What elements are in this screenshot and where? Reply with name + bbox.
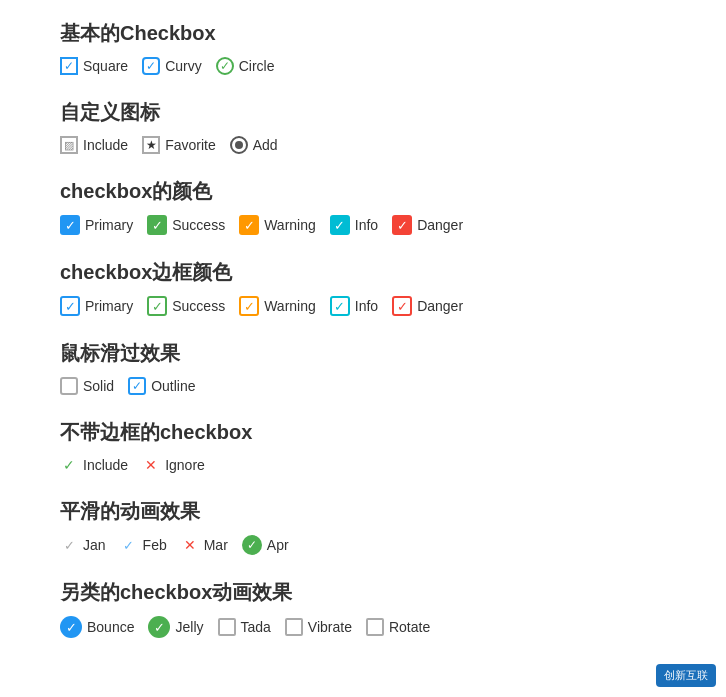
checkbox-label: Apr	[267, 537, 289, 553]
list-item[interactable]: Tada	[218, 618, 271, 636]
checkbox-add[interactable]	[230, 136, 248, 154]
list-item[interactable]: ✓ Info	[330, 296, 378, 316]
check-icon: ✓	[244, 300, 255, 313]
checkbox-label: Mar	[204, 537, 228, 553]
row-border-color: ✓ Primary ✓ Success ✓ Warning ✓ Info ✓	[60, 296, 666, 316]
checkbox-border-warning[interactable]: ✓	[239, 296, 259, 316]
check-icon: ✓	[154, 620, 165, 635]
list-item[interactable]: ✓ Danger	[392, 296, 463, 316]
checkbox-primary[interactable]: ✓	[60, 215, 80, 235]
checkbox-solid[interactable]	[60, 377, 78, 395]
check-icon: ✓	[220, 60, 230, 72]
list-item[interactable]: Add	[230, 136, 278, 154]
title-smooth-anim: 平滑的动画效果	[60, 498, 666, 525]
title-border-color: checkbox边框颜色	[60, 259, 666, 286]
row-other-anim: ✓ Bounce ✓ Jelly Tada Vibrate Rotate	[60, 616, 666, 638]
checkbox-label: Square	[83, 58, 128, 74]
check-icon: ✓	[334, 219, 345, 232]
list-item[interactable]: ✓ Include	[60, 456, 128, 474]
checkbox-bounce[interactable]: ✓	[60, 616, 82, 638]
checkbox-label: Tada	[241, 619, 271, 635]
list-item[interactable]: ✓ Apr	[242, 535, 289, 555]
list-item[interactable]: ✓ Square	[60, 57, 128, 75]
checkbox-vibrate[interactable]	[285, 618, 303, 636]
list-item[interactable]: ✓ Info	[330, 215, 378, 235]
checkbox-label: Jan	[83, 537, 106, 553]
row-basic-checkbox: ✓ Square ✓ Curvy ✓ Circle	[60, 57, 666, 75]
section-other-anim: 另类的checkbox动画效果 ✓ Bounce ✓ Jelly Tada Vi…	[60, 579, 666, 638]
checkbox-border-success[interactable]: ✓	[147, 296, 167, 316]
checkbox-danger[interactable]: ✓	[392, 215, 412, 235]
section-custom-icon: 自定义图标 ▨ Include ★ Favorite Add	[60, 99, 666, 154]
section-hover-effect: 鼠标滑过效果 Solid ✓ Outline	[60, 340, 666, 395]
list-item[interactable]: ✓ Danger	[392, 215, 463, 235]
list-item[interactable]: ✓ Bounce	[60, 616, 134, 638]
star-icon: ★	[146, 138, 157, 152]
check-icon: ✓	[146, 60, 156, 72]
title-checkbox-color: checkbox的颜色	[60, 178, 666, 205]
check-icon: ✓	[63, 457, 75, 473]
list-item[interactable]: Solid	[60, 377, 114, 395]
row-checkbox-color: ✓ Primary ✓ Success ✓ Warning ✓ Info ✓	[60, 215, 666, 235]
checkbox-include[interactable]: ▨	[60, 136, 78, 154]
list-item[interactable]: Vibrate	[285, 618, 352, 636]
checkbox-jan[interactable]: ✓	[60, 536, 78, 554]
checkbox-label: Success	[172, 217, 225, 233]
title-no-border: 不带边框的checkbox	[60, 419, 666, 446]
checkbox-apr[interactable]: ✓	[242, 535, 262, 555]
checkbox-info[interactable]: ✓	[330, 215, 350, 235]
checkbox-label: Danger	[417, 217, 463, 233]
checkbox-curvy[interactable]: ✓	[142, 57, 160, 75]
section-smooth-anim: 平滑的动画效果 ✓ Jan ✓ Feb ✕ Mar ✓ Ap	[60, 498, 666, 555]
checkbox-include[interactable]: ✓	[60, 456, 78, 474]
list-item[interactable]: ✓ Outline	[128, 377, 195, 395]
list-item[interactable]: ✓ Jan	[60, 536, 106, 554]
checkbox-label: Primary	[85, 217, 133, 233]
checkbox-border-info[interactable]: ✓	[330, 296, 350, 316]
list-item[interactable]: Rotate	[366, 618, 430, 636]
list-item[interactable]: ★ Favorite	[142, 136, 216, 154]
check-icon: ✓	[152, 219, 163, 232]
list-item[interactable]: ✓ Warning	[239, 296, 316, 316]
list-item[interactable]: ✓ Jelly	[148, 616, 203, 638]
list-item[interactable]: ✓ Curvy	[142, 57, 202, 75]
list-item[interactable]: ✓ Warning	[239, 215, 316, 235]
row-no-border: ✓ Include ✕ Ignore	[60, 456, 666, 474]
check-icon: ✓	[247, 539, 257, 551]
checkbox-feb[interactable]: ✓	[120, 536, 138, 554]
checkbox-mar[interactable]: ✕	[181, 536, 199, 554]
checkbox-label: Curvy	[165, 58, 202, 74]
checkbox-border-primary[interactable]: ✓	[60, 296, 80, 316]
list-item[interactable]: ✓ Primary	[60, 215, 133, 235]
list-item[interactable]: ✓ Success	[147, 215, 225, 235]
checkbox-success[interactable]: ✓	[147, 215, 167, 235]
title-basic-checkbox: 基本的Checkbox	[60, 20, 666, 47]
checkbox-label: Feb	[143, 537, 167, 553]
radio-dot	[235, 141, 243, 149]
section-no-border: 不带边框的checkbox ✓ Include ✕ Ignore	[60, 419, 666, 474]
list-item[interactable]: ✓ Circle	[216, 57, 275, 75]
checkbox-label: Success	[172, 298, 225, 314]
list-item[interactable]: ✓ Success	[147, 296, 225, 316]
checkbox-rotate[interactable]	[366, 618, 384, 636]
checkbox-square[interactable]: ✓	[60, 57, 78, 75]
check-icon: ✓	[64, 538, 75, 553]
row-smooth-anim: ✓ Jan ✓ Feb ✕ Mar ✓ Apr	[60, 535, 666, 555]
check-icon: ✓	[397, 219, 408, 232]
checkbox-jelly[interactable]: ✓	[148, 616, 170, 638]
checkbox-tada[interactable]	[218, 618, 236, 636]
checkbox-favorite[interactable]: ★	[142, 136, 160, 154]
section-basic-checkbox: 基本的Checkbox ✓ Square ✓ Curvy ✓ Circle	[60, 20, 666, 75]
list-item[interactable]: ▨ Include	[60, 136, 128, 154]
checkbox-border-danger[interactable]: ✓	[392, 296, 412, 316]
checkbox-outline[interactable]: ✓	[128, 377, 146, 395]
checkbox-ignore[interactable]: ✕	[142, 456, 160, 474]
checkbox-circle[interactable]: ✓	[216, 57, 234, 75]
list-item[interactable]: ✕ Ignore	[142, 456, 205, 474]
list-item[interactable]: ✓ Feb	[120, 536, 167, 554]
list-item[interactable]: ✕ Mar	[181, 536, 228, 554]
checkbox-warning[interactable]: ✓	[239, 215, 259, 235]
title-other-anim: 另类的checkbox动画效果	[60, 579, 666, 606]
row-custom-icon: ▨ Include ★ Favorite Add	[60, 136, 666, 154]
list-item[interactable]: ✓ Primary	[60, 296, 133, 316]
